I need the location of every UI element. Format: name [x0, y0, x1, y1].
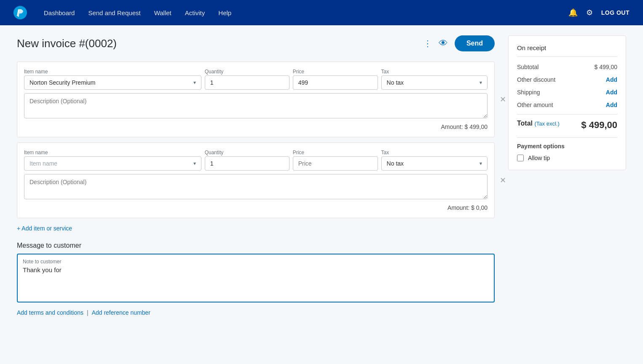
payment-divider [517, 137, 617, 138]
item-name-wrapper-1: Item name Norton Security Premium ▾ [24, 69, 201, 90]
settings-button[interactable]: ⚙ [586, 8, 593, 17]
navbar: Dashboard Send and Request Wallet Activi… [0, 0, 643, 25]
quantity-input-2[interactable] [205, 156, 289, 171]
eye-icon: 👁 [439, 38, 448, 49]
shipping-add-link[interactable]: Add [606, 89, 617, 96]
item-name-chevron-1: ▾ [193, 80, 196, 86]
shipping-label: Shipping [517, 89, 540, 96]
other-amount-row: Other amount Add [517, 102, 617, 108]
nav-wallet[interactable]: Wallet [154, 8, 171, 18]
on-receipt-label: On receipt [517, 44, 617, 57]
note-textarea[interactable]: Thank you for [23, 266, 489, 296]
terms-conditions-link[interactable]: Add terms and conditions [17, 309, 83, 316]
allow-tip-checkbox[interactable] [517, 155, 524, 161]
description-textarea-1[interactable] [24, 93, 488, 118]
quantity-input-1[interactable] [205, 75, 289, 90]
message-section-label: Message to customer [17, 242, 495, 249]
tax-label-1: Tax [381, 69, 488, 75]
payment-options-label: Payment options [517, 143, 617, 150]
send-button[interactable]: Send [455, 35, 495, 51]
close-item-1[interactable]: ✕ [500, 95, 506, 104]
notifications-button[interactable]: 🔔 [568, 8, 578, 17]
bell-icon: 🔔 [568, 8, 578, 17]
description-textarea-2[interactable] [24, 174, 488, 199]
item-name-chevron-2: ▾ [193, 161, 196, 166]
gear-icon: ⚙ [586, 8, 593, 17]
nav-dashboard[interactable]: Dashboard [44, 8, 75, 18]
shipping-row: Shipping Add [517, 89, 617, 96]
total-row: Total (Tax excl.) $ 499,00 [517, 120, 617, 131]
tax-chevron-2: ▾ [480, 161, 482, 166]
desc-wrapper-1 [24, 93, 488, 120]
quantity-wrapper-1: Quantity [205, 69, 289, 90]
sidebar: On receipt Subtotal $ 499,00 Other disco… [508, 35, 626, 316]
total-amount: $ 499,00 [581, 120, 617, 131]
message-section: Message to customer Note to customer Tha… [17, 242, 495, 302]
more-options-button[interactable]: ⋮ [423, 38, 432, 48]
price-label-1: Price [293, 69, 378, 75]
item-name-field-2[interactable]: Item name ▾ [24, 156, 201, 171]
amount-row-2: Amount: $ 0,00 [24, 204, 488, 211]
close-item-2[interactable]: ✕ [500, 176, 506, 185]
other-amount-add-link[interactable]: Add [606, 102, 617, 108]
tax-label-2: Tax [381, 150, 488, 155]
quantity-label-1: Quantity [205, 69, 289, 75]
nav-help[interactable]: Help [218, 8, 231, 18]
item-name-placeholder-2: Item name [29, 160, 57, 167]
footer-links: Add terms and conditions | Add reference… [17, 309, 495, 316]
item-fields-row-1: Item name Norton Security Premium ▾ Quan… [24, 69, 488, 90]
other-amount-label: Other amount [517, 102, 553, 108]
page-container: New invoice #(0002) ⋮ 👁 Send Item name N… [0, 25, 643, 326]
item-card-2: Item name Item name ▾ Quantity Price Tax [17, 142, 495, 218]
navbar-right: 🔔 ⚙ LOG OUT [568, 8, 630, 17]
amount-row-1: Amount: $ 499,00 [24, 123, 488, 130]
item-name-value-1: Norton Security Premium [29, 79, 95, 86]
note-label: Note to customer [23, 259, 489, 265]
subtotal-row: Subtotal $ 499,00 [517, 64, 617, 70]
total-tax-sublabel: (Tax excl.) [534, 120, 559, 127]
tax-field-2[interactable]: No tax ▾ [381, 156, 488, 171]
subtotal-value: $ 499,00 [595, 64, 618, 70]
logout-button[interactable]: LOG OUT [601, 9, 630, 16]
discount-label: Other discount [517, 76, 555, 83]
quantity-wrapper-2: Quantity [205, 150, 289, 171]
tax-wrapper-1: Tax No tax ▾ [381, 69, 488, 90]
reference-number-link[interactable]: Add reference number [92, 309, 150, 316]
price-wrapper-1: Price [293, 69, 378, 90]
allow-tip-row: Allow tip [517, 155, 617, 161]
page-header-actions: ⋮ 👁 Send [423, 35, 495, 51]
item-fields-row-2: Item name Item name ▾ Quantity Price Tax [24, 150, 488, 171]
footer-divider: | [87, 309, 88, 316]
add-item-link[interactable]: + Add item or service [17, 225, 495, 232]
price-input-1[interactable] [293, 75, 378, 90]
more-icon: ⋮ [423, 38, 432, 48]
discount-add-link[interactable]: Add [606, 76, 617, 83]
page-title: New invoice #(0002) [17, 37, 117, 50]
desc-wrapper-2 [24, 174, 488, 201]
item-name-field-1[interactable]: Norton Security Premium ▾ [24, 75, 201, 90]
item-name-wrapper-2: Item name Item name ▾ [24, 150, 201, 171]
total-label-group: Total (Tax excl.) [517, 120, 560, 127]
tax-value-1: No tax [387, 79, 404, 86]
tax-chevron-1: ▾ [480, 80, 482, 86]
item-card-1: Item name Norton Security Premium ▾ Quan… [17, 62, 495, 137]
allow-tip-label: Allow tip [528, 155, 550, 161]
nav-activity[interactable]: Activity [185, 8, 205, 18]
tax-wrapper-2: Tax No tax ▾ [381, 150, 488, 171]
price-label-2: Price [293, 150, 378, 155]
price-wrapper-2: Price [293, 150, 378, 171]
summary-divider [517, 114, 617, 115]
item-name-label-1: Item name [24, 69, 201, 75]
discount-row: Other discount Add [517, 76, 617, 83]
main-content: New invoice #(0002) ⋮ 👁 Send Item name N… [17, 35, 495, 316]
subtotal-label: Subtotal [517, 64, 539, 70]
nav-send-request[interactable]: Send and Request [88, 8, 140, 18]
quantity-label-2: Quantity [205, 150, 289, 155]
tax-value-2: No tax [387, 160, 404, 167]
note-textarea-wrapper: Note to customer Thank you for [17, 254, 495, 302]
preview-button[interactable]: 👁 [439, 38, 448, 49]
tax-field-1[interactable]: No tax ▾ [381, 75, 488, 90]
price-input-2[interactable] [293, 156, 378, 171]
sidebar-card: On receipt Subtotal $ 499,00 Other disco… [508, 35, 626, 170]
paypal-logo [13, 6, 27, 19]
